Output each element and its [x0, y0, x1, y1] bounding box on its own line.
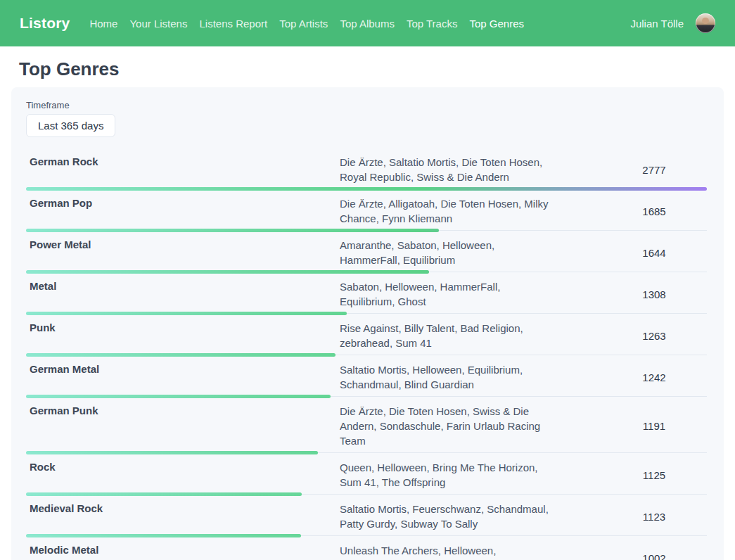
- genre-row: Medieval Rock Saltatio Mortis, Feuerschw…: [26, 496, 707, 537]
- genre-artists: Saltatio Mortis, Helloween, Equilibrium,…: [340, 362, 558, 392]
- top-genres-card: Timeframe Last 365 days German Rock Die …: [11, 87, 724, 560]
- app-header: Listory Home Your Listens Listens Report…: [0, 0, 735, 46]
- user-name[interactable]: Julian Tölle: [630, 18, 684, 30]
- genre-artists: Die Ärzte, Alligatoah, Die Toten Hosen, …: [340, 196, 558, 226]
- nav-item-home[interactable]: Home: [89, 18, 117, 30]
- genre-count: 1644: [601, 247, 707, 259]
- genre-count: 1308: [601, 288, 707, 300]
- genre-count: 1263: [601, 330, 707, 342]
- genre-name: German Metal: [26, 362, 340, 375]
- genre-table: German Rock Die Ärzte, Saltatio Mortis, …: [26, 149, 707, 560]
- genre-count: 1242: [601, 371, 707, 383]
- genre-count: 1685: [601, 205, 707, 217]
- genre-name: German Rock: [26, 155, 340, 167]
- genre-row: Rock Queen, Helloween, Bring Me The Hori…: [26, 454, 707, 496]
- genre-row: Melodic Metal Unleash The Archers, Hello…: [26, 537, 707, 560]
- timeframe-label: Timeframe: [26, 100, 707, 110]
- genre-name: Medieval Rock: [26, 502, 340, 514]
- genre-count: 2777: [601, 164, 707, 176]
- genre-artists: Queen, Helloween, Bring Me The Horizon, …: [340, 460, 558, 490]
- genre-artists: Sabaton, Helloween, HammerFall, Equilibr…: [340, 279, 558, 309]
- genre-row: Metal Sabaton, Helloween, HammerFall, Eq…: [26, 274, 707, 315]
- main-nav: Home Your Listens Listens Report Top Art…: [89, 18, 524, 30]
- genre-artists: Die Ärzte, Saltatio Mortis, Die Toten Ho…: [340, 155, 558, 184]
- user-avatar[interactable]: [696, 13, 715, 33]
- genre-artists: Die Ärzte, Die Toten Hosen, Swiss & Die …: [340, 404, 558, 448]
- genre-count: 1002: [601, 552, 707, 560]
- genre-name: German Pop: [26, 196, 340, 209]
- genre-artists: Unleash The Archers, Helloween, HammerFa…: [340, 543, 558, 560]
- genre-row: Punk Rise Against, Billy Talent, Bad Rel…: [26, 315, 707, 357]
- genre-name: Punk: [26, 321, 340, 333]
- genre-name: Metal: [26, 279, 340, 292]
- genre-count: 1191: [601, 420, 707, 432]
- nav-item-top-artists[interactable]: Top Artists: [279, 18, 328, 30]
- nav-item-your-listens[interactable]: Your Listens: [129, 18, 187, 30]
- genre-name: German Punk: [26, 404, 340, 416]
- genre-row: German Rock Die Ärzte, Saltatio Mortis, …: [26, 149, 707, 191]
- app-logo[interactable]: Listory: [20, 15, 70, 32]
- genre-artists: Rise Against, Billy Talent, Bad Religion…: [340, 321, 558, 350]
- timeframe-select[interactable]: Last 365 days: [26, 114, 115, 137]
- nav-item-listens-report[interactable]: Listens Report: [199, 18, 267, 30]
- nav-item-top-albums[interactable]: Top Albums: [340, 18, 395, 30]
- genre-name: Rock: [26, 460, 340, 473]
- genre-artists: Saltatio Mortis, Feuerschwanz, Schandmau…: [340, 502, 558, 531]
- nav-item-top-tracks[interactable]: Top Tracks: [407, 18, 458, 30]
- genre-name: Melodic Metal: [26, 543, 340, 556]
- page-title: Top Genres: [19, 58, 735, 80]
- genre-row: German Metal Saltatio Mortis, Helloween,…: [26, 357, 707, 398]
- genre-count: 1125: [601, 469, 707, 481]
- genre-row: German Punk Die Ärzte, Die Toten Hosen, …: [26, 398, 707, 454]
- genre-row: Power Metal Amaranthe, Sabaton, Hellowee…: [26, 232, 707, 274]
- genre-name: Power Metal: [26, 238, 340, 250]
- nav-item-top-genres[interactable]: Top Genres: [469, 18, 524, 30]
- genre-count: 1123: [601, 511, 707, 523]
- genre-artists: Amaranthe, Sabaton, Helloween, HammerFal…: [340, 238, 558, 267]
- genre-row: German Pop Die Ärzte, Alligatoah, Die To…: [26, 191, 707, 232]
